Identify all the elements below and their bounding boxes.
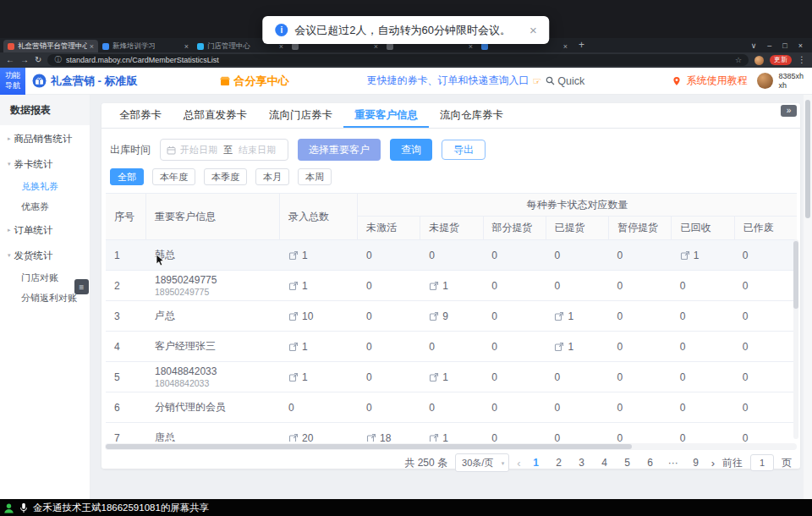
tab-hq-direct-cards[interactable]: 总部直发券卡 <box>173 103 258 128</box>
tab-store-flow-cards[interactable]: 流向门店券卡 <box>258 103 343 128</box>
share-center-link[interactable]: 合分享中心 <box>219 74 289 89</box>
page-number-9[interactable]: 9 <box>689 457 704 469</box>
status-count-cell[interactable]: 1 <box>546 301 608 331</box>
col-header-pickup-paused: 暂停提货 <box>609 217 672 239</box>
quick-search-button[interactable]: Quick <box>546 75 584 87</box>
refresh-icon[interactable]: ↻ <box>35 56 41 64</box>
site-info-icon[interactable]: ⓘ <box>54 55 62 65</box>
next-page-button[interactable]: › <box>711 457 715 469</box>
table-row[interactable]: 3卢总100901000 <box>106 301 797 332</box>
user-name-block[interactable]: 8385xh xh <box>778 72 804 91</box>
sidebar-item-product-sales-stats[interactable]: ▸ 商品销售统计 <box>0 127 90 151</box>
chip-all[interactable]: 全部 <box>110 168 144 185</box>
status-count-cell[interactable]: 1 <box>672 240 734 270</box>
chip-this-month[interactable]: 本月 <box>255 168 289 185</box>
col-header-index: 序号 <box>106 194 146 239</box>
status-count-cell: 0 <box>609 423 672 442</box>
url-bar[interactable]: ⓘ standard.maboy.cn/CardMemberStatistics… <box>47 54 749 66</box>
status-count-cell: 0 <box>483 240 546 270</box>
table-row[interactable]: 6分销代理的会员00000000 <box>106 392 797 423</box>
new-tab-button[interactable]: + <box>579 39 584 51</box>
goto-page-input[interactable] <box>750 454 774 471</box>
chip-this-week[interactable]: 本周 <box>298 168 332 185</box>
page-number-6[interactable]: 6 <box>643 457 658 469</box>
date-range-input[interactable]: 开始日期 至 结束日期 <box>160 139 288 161</box>
table-row[interactable]: 4客户经理张三10001000 <box>106 332 797 362</box>
scrollbar-thumb[interactable] <box>106 444 632 449</box>
brand-logo[interactable]: 礼盒营销 - 标准版 <box>32 74 138 89</box>
total-count-cell[interactable]: 1 <box>280 362 358 392</box>
sidebar-item-exchange-coupon[interactable]: 兑换礼券 <box>0 176 90 196</box>
sidebar-item-discount-coupon[interactable]: 优惠券 <box>0 196 90 217</box>
customer-cell: 1895024977518950249775 <box>146 271 280 300</box>
nav-line-2: 导航 <box>5 81 20 91</box>
browser-menu-icon[interactable]: ⋮ <box>798 56 806 64</box>
close-icon[interactable]: × <box>798 41 803 50</box>
status-count-cell[interactable]: 1 <box>420 423 483 442</box>
tab-close-icon[interactable]: × <box>563 42 568 51</box>
total-count-cell[interactable]: 20 <box>280 423 358 442</box>
collapse-panel-button[interactable]: » <box>781 105 797 117</box>
maximize-icon[interactable]: □ <box>782 41 787 50</box>
user-avatar[interactable] <box>757 73 773 89</box>
total-count-cell[interactable]: 10 <box>280 301 358 331</box>
page-size-select[interactable]: 30条/页 ▾ <box>455 453 509 472</box>
total-count-cell[interactable]: 1 <box>280 240 358 270</box>
table-row[interactable]: 5180488420331804884203310100000 <box>106 362 797 392</box>
table-row[interactable]: 1韩总10000010 <box>106 240 797 271</box>
sidebar-item-order-stats[interactable]: ▸ 订单统计 <box>0 218 90 242</box>
tab-important-customers[interactable]: 重要客户信息 <box>343 103 429 128</box>
browser-tab-2[interactable]: 新烽培训学习 × <box>98 40 193 52</box>
back-icon[interactable]: ← <box>6 56 14 64</box>
scrollbar-thumb[interactable] <box>793 241 798 309</box>
table-row[interactable]: 7唐总2018100000 <box>106 423 797 442</box>
tab-warehouse-flow-cards[interactable]: 流向仓库券卡 <box>429 103 514 128</box>
system-tutorial-link[interactable]: 系统使用教程 <box>686 74 747 88</box>
browser-update-button[interactable]: 更新 <box>770 55 792 65</box>
page-number-3[interactable]: 3 <box>574 457 590 469</box>
total-count-cell[interactable]: 1 <box>280 271 358 300</box>
vertical-scrollbar[interactable] <box>793 239 798 439</box>
bookmark-star-icon[interactable]: ☆ <box>735 56 742 64</box>
browser-profile-avatar[interactable] <box>754 56 764 65</box>
status-count-cell[interactable]: 18 <box>358 423 420 442</box>
status-count-cell[interactable]: 1 <box>420 271 483 300</box>
detail-link-icon <box>288 372 299 382</box>
sidebar-item-coupon-stats[interactable]: ▾ 券卡统计 <box>0 152 90 176</box>
page-number-1[interactable]: 1 <box>529 457 544 469</box>
tab-search-icon[interactable]: ∨ <box>751 41 757 50</box>
select-important-customer-button[interactable]: 选择重要客户 <box>298 139 381 161</box>
tab-close-icon[interactable]: × <box>184 42 189 51</box>
page-ellipsis[interactable]: ··· <box>666 457 681 469</box>
minimize-icon[interactable]: – <box>767 41 771 50</box>
prev-page-button[interactable]: ‹ <box>517 457 520 469</box>
total-count-cell[interactable]: 1 <box>280 332 358 361</box>
page-number-5[interactable]: 5 <box>620 457 635 469</box>
toast-close-icon[interactable]: × <box>529 24 537 36</box>
table-row[interactable]: 2189502497751895024977510100000 <box>106 271 797 301</box>
status-count-cell[interactable]: 1 <box>420 362 483 392</box>
horizontal-scrollbar[interactable] <box>105 443 797 450</box>
sidebar-item-shipping-stats[interactable]: ▾ 发货统计 <box>0 244 90 267</box>
search-button[interactable]: 查询 <box>390 139 432 161</box>
quick-range-chips: 全部 本年度 本季度 本月 本周 <box>110 168 800 185</box>
microphone-icon[interactable] <box>19 502 28 513</box>
status-count-cell[interactable]: 1 <box>546 332 608 361</box>
forward-icon[interactable]: → <box>20 56 29 64</box>
page-number-4[interactable]: 4 <box>597 457 612 469</box>
tab-all-cards[interactable]: 全部券卡 <box>108 103 173 128</box>
chip-this-year[interactable]: 本年度 <box>152 168 195 185</box>
status-count-cell: 0 <box>734 271 797 300</box>
export-button[interactable]: 导出 <box>442 140 486 160</box>
chip-this-quarter[interactable]: 本季度 <box>204 168 247 185</box>
drag-handle[interactable]: ≡ <box>74 279 89 294</box>
browser-tab-1[interactable]: 礼盒营销平台管理中心 × <box>3 40 98 52</box>
page-scrollbar[interactable] <box>804 95 812 499</box>
page-number-2[interactable]: 2 <box>551 457 567 469</box>
scrollbar-thumb[interactable] <box>805 100 810 218</box>
function-nav-button[interactable]: 功能 导航 <box>0 68 25 95</box>
tab-close-icon[interactable]: × <box>90 42 94 51</box>
page-size-value: 30条/页 <box>462 458 493 468</box>
group-header: 每种券卡状态对应数量 <box>358 194 797 217</box>
status-count-cell[interactable]: 9 <box>420 301 483 331</box>
